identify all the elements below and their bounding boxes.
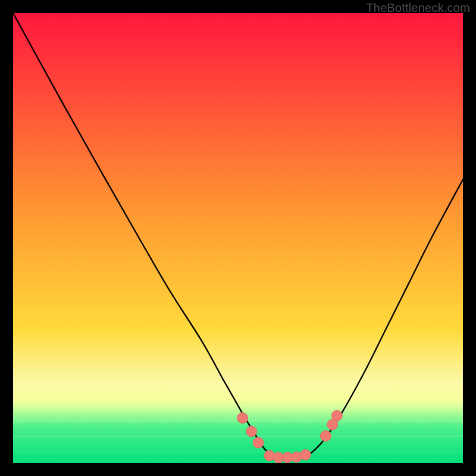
data-marker: [246, 426, 257, 437]
grid-band: [13, 373, 463, 374]
data-marker: [237, 412, 248, 423]
grid-band: [13, 436, 463, 437]
data-marker: [300, 449, 311, 460]
data-marker: [253, 437, 264, 448]
grid-band: [13, 452, 463, 452]
data-marker: [331, 411, 342, 421]
chart-frame: TheBottleneck.com: [0, 0, 476, 476]
plot-area: [13, 13, 463, 463]
gradient-background: [13, 13, 463, 463]
data-marker: [320, 431, 331, 441]
bottleneck-chart: [13, 13, 463, 463]
grid-band: [13, 389, 463, 389]
